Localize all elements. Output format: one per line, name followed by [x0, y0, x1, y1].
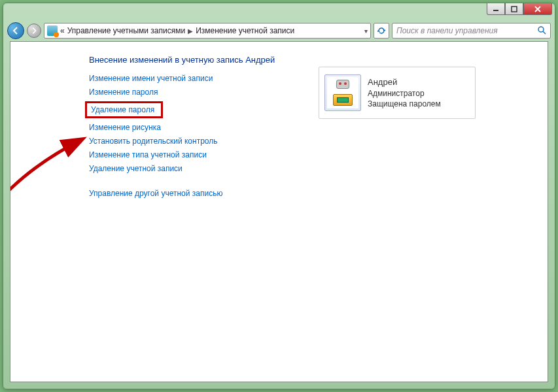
search-icon[interactable]: [537, 25, 546, 37]
back-button[interactable]: [7, 22, 24, 39]
titlebar: [3, 3, 555, 20]
link-manage-other-account[interactable]: Управление другой учетной записью: [89, 189, 222, 198]
page-title: Внесение изменений в учетную запись Андр…: [89, 55, 548, 65]
minimize-button[interactable]: [487, 3, 505, 15]
window-frame: « Управление учетными записями ▶ Изменен…: [3, 3, 555, 389]
user-accounts-icon: [47, 25, 58, 36]
link-rename-account[interactable]: Изменение имени учетной записи: [89, 74, 213, 83]
breadcrumb-chevron-icon: «: [60, 26, 65, 35]
search-input[interactable]: Поиск в панели управления: [392, 23, 551, 39]
breadcrumb-seg-2[interactable]: Изменение учетной записи: [196, 26, 294, 35]
svg-rect-1: [512, 7, 517, 12]
close-button[interactable]: [523, 3, 552, 15]
account-role: Администратор: [368, 88, 441, 99]
svg-point-2: [538, 27, 544, 32]
link-parental-controls[interactable]: Установить родительский контроль: [89, 137, 218, 146]
robot-avatar-icon: [327, 77, 358, 108]
maximize-button[interactable]: [505, 3, 523, 15]
chevron-right-icon: ▶: [188, 27, 193, 35]
account-name: Андрей: [368, 76, 441, 88]
navbar: « Управление учетными записями ▶ Изменен…: [3, 20, 555, 41]
spacer: [89, 178, 548, 184]
link-change-password[interactable]: Изменение пароля: [89, 88, 158, 97]
link-change-picture[interactable]: Изменение рисунка: [89, 123, 161, 132]
forward-button[interactable]: [27, 24, 41, 38]
account-card[interactable]: Андрей Администратор Защищена паролем: [319, 67, 476, 119]
breadcrumb-seg-1[interactable]: Управление учетными записями: [67, 26, 185, 35]
account-info: Андрей Администратор Защищена паролем: [368, 76, 441, 109]
search-placeholder: Поиск в панели управления: [396, 26, 498, 35]
window-controls: [487, 3, 552, 15]
breadcrumb[interactable]: « Управление учетными записями ▶ Изменен…: [44, 23, 371, 39]
main-content: Внесение изменений в учетную запись Андр…: [10, 42, 548, 198]
refresh-button[interactable]: [374, 23, 389, 39]
content-area: Внесение изменений в учетную запись Андр…: [10, 41, 548, 382]
breadcrumb-dropdown-icon[interactable]: ▾: [364, 27, 368, 35]
link-delete-account[interactable]: Удаление учетной записи: [89, 164, 183, 173]
avatar: [324, 74, 361, 111]
account-status: Защищена паролем: [368, 99, 441, 109]
link-change-account-type[interactable]: Изменение типа учетной записи: [89, 150, 207, 159]
highlight-annotation: Удаление пароля: [85, 101, 163, 118]
svg-line-3: [543, 31, 546, 34]
svg-rect-0: [493, 10, 498, 11]
link-delete-password[interactable]: Удаление пароля: [91, 105, 154, 114]
